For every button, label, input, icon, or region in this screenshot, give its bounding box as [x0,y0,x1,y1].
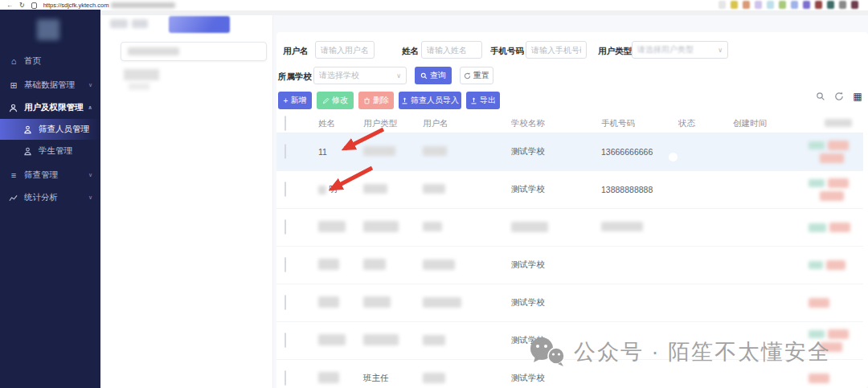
op-delete-redacted[interactable] [828,329,849,339]
op-delete-redacted[interactable] [829,223,850,232]
tree-node-redacted[interactable] [124,69,159,80]
reset-button[interactable]: 重置 [460,67,493,84]
plus-icon: + [284,96,289,105]
header-username: 用户名 [420,118,492,129]
add-button-label: 新增 [290,95,306,106]
tree-node-redacted[interactable] [129,83,149,90]
import-button-label: 筛查人员导入 [411,95,459,106]
sidebar-item-students[interactable]: 学生管理 [0,141,100,161]
chevron-down-icon: ∨ [88,172,92,178]
usertype-placeholder: 请选择用户类型 [637,44,714,55]
browser-back-icon[interactable]: ← [6,2,13,9]
table-header-row: 姓名 用户类型 用户名 学校名称 手机号码 状态 创建时间 [276,114,863,133]
search-text-redacted [128,47,179,55]
op-delete-redacted[interactable] [828,178,849,188]
sidebar-item-screening-personnel[interactable]: 筛查人员管理 [0,119,100,140]
personnel-table: 姓名 用户类型 用户名 学校名称 手机号码 状态 创建时间 11 测试学校 13… [276,114,863,388]
name-input[interactable] [421,41,482,59]
upload-icon [470,97,477,104]
chevron-down-icon: ∨ [88,82,92,88]
nav-tab-redacted[interactable] [110,19,128,28]
sidebar: ⌂ 首页 ⊞ 基础数据管理 ∨ 用户及权限管理 ∧ 筛查人员管理 学生管理 [0,10,100,388]
row-checkbox[interactable] [285,182,286,197]
username-input[interactable] [315,41,375,59]
op-delete-redacted[interactable] [809,374,829,383]
table-refresh-icon[interactable] [833,91,845,102]
cell-username-redacted [423,297,461,308]
school-select[interactable]: 请选择学校 ∨ [313,67,407,84]
cell-name-redacted [318,221,346,232]
op-delete-redacted[interactable] [828,141,849,150]
cell-username-redacted [423,335,445,345]
cell-username-redacted [423,146,447,156]
select-all-checkbox[interactable] [285,116,286,131]
table-row[interactable]: 班主任 测试学校 [276,360,863,388]
browser-refresh-icon[interactable]: ↻ [19,2,25,9]
op-edit-redacted[interactable] [809,141,825,149]
cell-usertype-redacted [363,146,395,156]
sidebar-item-home[interactable]: ⌂ 首页 [0,50,100,72]
table-row[interactable]: 明 测试学校 13888888888 [276,171,863,209]
browser-extension-icons[interactable] [719,1,858,9]
import-button[interactable]: 筛查人员导入 [399,92,461,109]
refresh-icon [464,72,471,80]
row-checkbox[interactable] [285,219,286,235]
table-row[interactable]: 11 测试学校 13666666666 [276,133,863,171]
row-checkbox[interactable] [285,295,286,310]
op-edit-redacted[interactable] [809,330,825,338]
cell-usertype: 班主任 [357,373,420,384]
sidebar-item-label: 统计分析 [24,192,58,203]
op-delete-redacted[interactable] [826,260,845,270]
home-icon: ⌂ [9,56,18,66]
search-button-label: 查询 [430,70,446,81]
student-icon [23,147,33,156]
cell-ops [807,374,863,383]
url-text[interactable]: https://sdjcfk.yktech.com [43,2,109,9]
table-search-icon[interactable] [815,91,826,102]
cell-usertype-redacted [363,259,386,270]
school-label: 所属学校 [278,67,312,85]
cell-ops [807,178,863,201]
cell-school: 测试学校 [492,184,595,195]
table-row[interactable]: 测试学校 [276,247,863,284]
nav-tab-redacted[interactable] [132,19,148,28]
export-button-label: 导出 [480,95,496,106]
search-button[interactable]: 查询 [415,67,452,84]
op-edit-redacted[interactable] [809,179,825,187]
sidebar-item-statistics[interactable]: 统计分析 ∨ [0,186,100,209]
chart-icon [9,194,18,202]
op-redacted[interactable] [820,342,842,352]
column-settings-icon[interactable]: ▦ [852,91,863,102]
header-usertype: 用户类型 [357,118,420,129]
sidebar-item-label: 学生管理 [39,145,72,157]
op-redacted[interactable] [820,191,844,201]
cell-school: 测试学校 [492,146,595,157]
sidebar-item-screening-mgmt[interactable]: ≡ 筛查管理 ∨ [0,164,100,186]
op-edit-redacted[interactable] [809,261,823,269]
school-search-input[interactable] [121,42,267,61]
table-row[interactable]: 测试学校 [276,284,863,322]
op-delete-redacted[interactable] [809,298,829,308]
usertype-select[interactable]: 请选择用户类型 ∨ [632,41,728,59]
phone-input[interactable] [526,41,587,59]
row-checkbox[interactable] [285,144,286,159]
phone-label: 手机号码 [490,42,524,59]
person-badge-icon [23,125,33,134]
table-row[interactable] [276,209,863,247]
sidebar-item-base-data[interactable]: ⊞ 基础数据管理 ∨ [0,74,100,96]
name-label: 姓名 [402,42,419,59]
row-checkbox[interactable] [285,257,286,272]
delete-button[interactable]: 删除 [358,92,394,109]
school-placeholder: 请选择学校 [319,70,393,81]
op-redacted[interactable] [820,153,844,163]
export-button[interactable]: 导出 [466,92,500,109]
nav-tab-active-redacted[interactable] [169,16,230,33]
row-checkbox[interactable] [285,370,286,386]
edit-button[interactable]: 修改 [317,92,354,109]
row-checkbox[interactable] [285,333,286,348]
op-edit-redacted[interactable] [809,223,826,232]
table-row[interactable]: 测试学校 [276,322,863,360]
sidebar-item-label: 筛查管理 [24,169,58,181]
add-button[interactable]: + 新增 [278,92,312,109]
sidebar-item-user-permission[interactable]: 用户及权限管理 ∧ [0,96,100,119]
